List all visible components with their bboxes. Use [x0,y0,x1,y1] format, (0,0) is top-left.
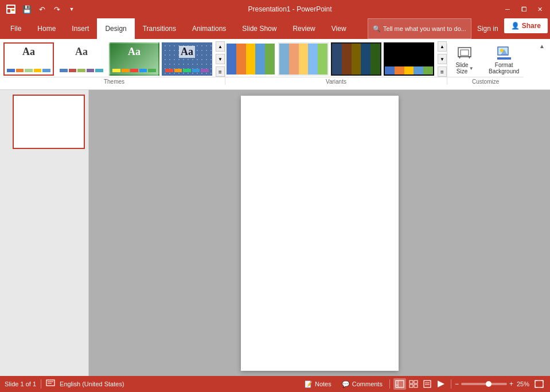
svg-rect-2 [7,9,10,13]
collapse-ribbon-button[interactable]: ▲ [536,41,548,50]
close-button[interactable]: ✕ [534,3,545,15]
slide-panel: 1 [0,90,89,376]
ribbon: File Home Insert Design Transitions Anim… [0,18,550,90]
tab-file[interactable]: File [2,18,29,39]
fit-to-window-button[interactable] [533,378,545,390]
theme-patterned[interactable]: Aa [162,42,212,76]
svg-rect-13 [497,57,511,60]
undo-button[interactable]: ↶ [36,3,48,15]
svg-rect-28 [535,381,543,387]
slide-thumbnail-1[interactable]: 1 [2,95,86,149]
svg-rect-20 [409,381,413,383]
tab-home[interactable]: Home [29,18,64,39]
tab-animations[interactable]: Animations [184,18,234,39]
slide-size-dropdown-arrow: ▼ [469,66,474,71]
main-area: 1 [0,90,550,376]
zoom-thumb[interactable] [486,381,492,387]
zoom-slider[interactable]: − + [455,380,513,388]
themes-scroll: ▲ ▼ ≡ [216,41,225,77]
view-slideshow-button[interactable] [435,378,447,390]
title-bar-left: 💾 ↶ ↷ ▼ [5,3,78,15]
zoom-out-icon[interactable]: − [455,380,459,388]
variant-gray[interactable] [278,42,329,76]
theme-green[interactable]: Aa [109,42,159,76]
slide-notes-icon[interactable] [46,379,55,389]
ribbon-content: Aa Aa [0,39,550,89]
save-button[interactable]: 💾 [21,3,33,15]
share-button[interactable]: 👤 Share [504,18,548,33]
view-normal-button[interactable] [393,378,406,390]
themes-grid: Aa Aa [3,41,225,77]
slide-thumb-image [13,95,85,149]
status-divider-2 [389,379,390,389]
svg-rect-17 [396,381,404,387]
variants-scroll-down[interactable]: ▼ [438,54,447,64]
ribbon-tab-bar: File Home Insert Design Transitions Anim… [0,18,550,39]
notes-label: Notes [315,381,331,387]
slide-size-label: SlideSize [455,62,468,75]
language-label: English (United States) [60,381,124,387]
view-slide-sorter-button[interactable] [407,378,420,390]
theme-office-2[interactable]: Aa [56,42,107,76]
search-icon: 🔍 [373,25,381,33]
restore-button[interactable]: ⧠ [518,3,529,15]
variants-scroll-up[interactable]: ▲ [438,41,447,52]
title-bar: 💾 ↶ ↷ ▼ Presentation1 - PowerPoint ─ ⧠ ✕ [0,0,550,18]
tab-transitions[interactable]: Transitions [135,18,184,39]
themes-scroll-down[interactable]: ▼ [216,54,225,64]
variants-scroll: ▲ ▼ ≡ [438,41,447,77]
variant-white[interactable] [225,42,276,76]
status-right: 📝 Notes 💬 Comments − [301,378,545,390]
svg-rect-22 [409,385,413,387]
zoom-level: 25% [517,381,529,387]
themes-label: Themes [3,77,225,86]
status-bar: Slide 1 of 1 English (United States) 📝 N… [0,376,550,392]
notes-button[interactable]: 📝 Notes [301,379,335,389]
format-background-icon [495,44,513,62]
minimize-button[interactable]: ─ [502,3,513,15]
zoom-track[interactable] [461,383,507,385]
svg-marker-27 [438,381,444,387]
quick-access-toolbar: 💾 ↶ ↷ ▼ [21,3,78,15]
tab-design[interactable]: Design [97,18,134,39]
status-divider-1 [41,379,41,389]
slide-count: Slide 1 of 1 [5,381,36,387]
variants-label: Variants [225,77,447,86]
format-background-label: FormatBackground [489,62,519,75]
app-icon [5,3,17,15]
slide-canvas-area[interactable] [89,90,550,376]
themes-scroll-up[interactable]: ▲ [216,41,225,52]
svg-rect-5 [461,50,469,56]
svg-rect-24 [424,381,431,387]
zoom-in-icon[interactable]: + [509,380,513,388]
comments-label: Comments [352,381,383,387]
format-background-button[interactable]: FormatBackground [484,41,524,77]
search-box[interactable]: 🔍 Tell me what you want to do... [368,18,471,39]
theme-office[interactable]: Aa [3,42,54,76]
search-placeholder: Tell me what you want to do... [383,25,466,32]
themes-group: Aa Aa [3,41,225,86]
tab-view[interactable]: View [323,18,354,39]
svg-rect-23 [414,385,418,387]
comments-icon: 💬 [342,381,350,388]
window-controls: ─ ⧠ ✕ [502,3,545,15]
sign-in-button[interactable]: Sign in [471,18,504,39]
view-reading-button[interactable] [421,378,434,390]
tab-review[interactable]: Review [284,18,323,39]
notes-icon: 📝 [305,381,313,388]
customize-quick-access-button[interactable]: ▼ [65,3,78,15]
variants-grid: ▲ ▼ ≡ [225,41,447,77]
comments-button[interactable]: 💬 Comments [338,379,386,389]
themes-scroll-more[interactable]: ≡ [216,66,225,77]
redo-button[interactable]: ↷ [50,3,63,15]
variant-black[interactable] [384,42,434,76]
tab-insert[interactable]: Insert [64,18,97,39]
slide-size-button[interactable]: SlideSize ▼ [447,41,482,77]
share-icon: 👤 [511,22,520,30]
svg-rect-1 [7,6,14,8]
slide-canvas[interactable] [241,96,399,371]
tab-slide-show[interactable]: Slide Show [234,18,284,39]
variant-dark[interactable] [331,42,381,76]
status-divider-3 [451,379,451,389]
variants-scroll-more[interactable]: ≡ [438,66,447,77]
